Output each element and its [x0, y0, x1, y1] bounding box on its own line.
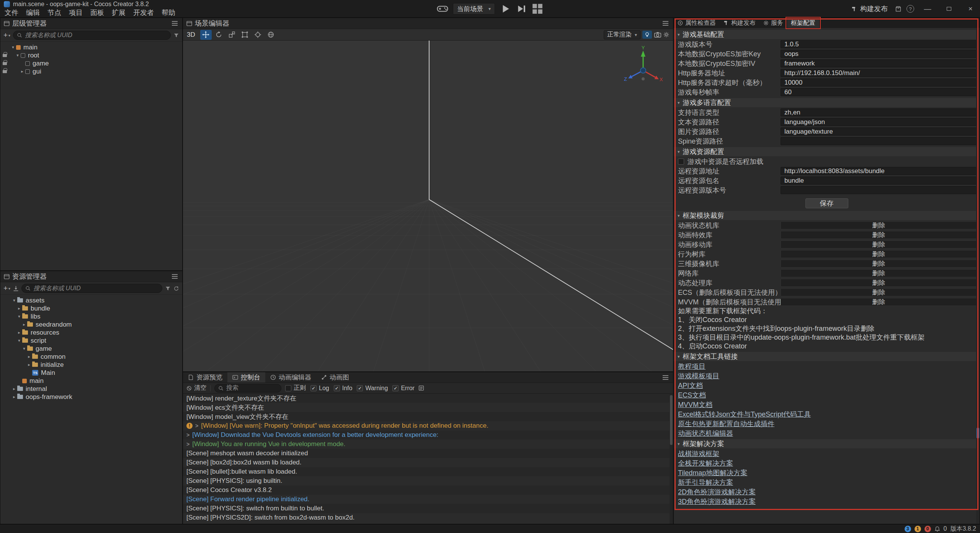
console-tab-控制台[interactable]: 控制台	[227, 372, 265, 383]
doc-link[interactable]: 3D角色扮演游戏解决方案	[678, 497, 756, 506]
field-input[interactable]: framework	[781, 59, 977, 67]
section-header[interactable]: ▾框架文档工具链接	[674, 352, 980, 361]
menu-item[interactable]: 扩展	[108, 8, 129, 17]
section-header[interactable]: ▾游戏多语言配置	[674, 98, 980, 107]
refresh-icon[interactable]	[173, 286, 179, 291]
field-input[interactable]	[781, 186, 977, 194]
tree-row-internal[interactable]: ▸internal	[0, 385, 182, 393]
tree-row-main[interactable]: main	[0, 377, 182, 385]
tree-row-gui[interactable]: ▸gui	[0, 67, 182, 75]
help-icon[interactable]: ?	[906, 5, 914, 13]
delete-button[interactable]: 删除	[781, 269, 977, 277]
chevron-down-icon[interactable]: ▾	[15, 53, 21, 58]
tree-row-libs[interactable]: ▾libs	[0, 312, 182, 320]
info-count-badge[interactable]: 3	[905, 526, 911, 532]
chevron-down-icon[interactable]: ▾	[10, 45, 16, 50]
log-row[interactable]: [Scene] [box2d]:box2d wasm lib loaded.	[183, 458, 673, 467]
doc-link[interactable]: 全栈开发解决方案	[678, 459, 733, 468]
chevron-right-icon[interactable]: ▸	[11, 394, 17, 399]
doc-link[interactable]: API文档	[678, 381, 703, 390]
globe-tool-icon[interactable]	[265, 30, 277, 40]
error-count-badge[interactable]: 0	[924, 526, 931, 532]
scene-viewport[interactable]: Y X Z	[183, 41, 673, 371]
section-header[interactable]: ▾框架解决方案	[674, 439, 980, 448]
tree-row-assets[interactable]: ▾assets	[0, 296, 182, 304]
doc-link[interactable]: Excel格式转Json文件与TypeScript代码工具	[678, 410, 811, 419]
assets-search-input[interactable]: 搜索名称或 UUID	[21, 284, 162, 293]
regex-checkbox[interactable]: 正则	[285, 384, 306, 392]
chevron-right-icon[interactable]: ▸	[11, 386, 17, 391]
tree-row-common[interactable]: ▸common	[0, 353, 182, 361]
panel-menu-icon[interactable]	[172, 276, 178, 277]
rotate-tool-icon[interactable]	[213, 30, 225, 40]
console-tab-动画图[interactable]: 动画图	[316, 372, 354, 383]
menu-item[interactable]: 文件	[1, 8, 22, 17]
panel-menu-icon[interactable]	[663, 377, 668, 378]
field-input[interactable]: 10000	[781, 78, 977, 87]
console-search-input[interactable]: 搜索	[214, 384, 281, 392]
axis-gizmo[interactable]: Y X Z	[620, 45, 666, 91]
log-row[interactable]: [Window] model_view文件夹不存在	[183, 412, 673, 421]
layout-button[interactable]	[532, 3, 543, 15]
delete-button[interactable]: 删除	[781, 298, 977, 306]
menu-item[interactable]: 节点	[44, 8, 65, 17]
package-icon[interactable]	[895, 6, 901, 12]
tree-row-root[interactable]: ▾root	[0, 51, 182, 59]
delete-button[interactable]: 删除	[781, 231, 977, 239]
scene-select[interactable]: 当前场景 ▾	[453, 3, 495, 15]
inspector-scrollbar[interactable]	[976, 28, 980, 524]
filter-checkbox-Info[interactable]: ✓Info	[334, 385, 353, 392]
section-header[interactable]: ▾框架模块裁剪	[674, 211, 980, 220]
add-node-button[interactable]: +▾	[3, 31, 10, 39]
import-icon[interactable]	[13, 286, 19, 291]
preview-device-icon[interactable]	[437, 3, 448, 15]
expand-arrow-icon[interactable]: >	[186, 432, 189, 438]
doc-link[interactable]: 教程项目	[678, 362, 706, 371]
render-mode-select[interactable]: 正常渲染 ▾	[604, 30, 640, 39]
chevron-right-icon[interactable]: ▸	[16, 330, 22, 335]
report-icon[interactable]	[418, 385, 424, 391]
chevron-right-icon[interactable]: ▸	[26, 362, 32, 367]
menu-item[interactable]: 项目	[65, 8, 87, 17]
section-header[interactable]: ▾游戏资源配置	[674, 147, 980, 156]
field-input[interactable]: 60	[781, 88, 977, 96]
inspector-tab-属性检查器[interactable]: 属性检查器	[674, 18, 720, 28]
tree-row-main[interactable]: ▾main	[0, 43, 182, 51]
filter-checkbox-Warning[interactable]: ✓Warning	[357, 385, 388, 392]
doc-link[interactable]: Tiledmap地图解决方案	[678, 468, 747, 477]
filter-checkbox-Error[interactable]: ✓Error	[392, 385, 415, 392]
field-input[interactable]: oops	[781, 50, 977, 58]
save-button[interactable]: 保存	[805, 198, 848, 208]
remote-load-checkbox-row[interactable]: 游戏中资源是否远程加载	[674, 157, 980, 166]
minimize-button[interactable]: —	[920, 0, 936, 18]
move-tool-icon[interactable]	[200, 30, 212, 40]
tree-row-script[interactable]: ▾script	[0, 337, 182, 345]
field-input[interactable]: bundle	[781, 177, 977, 185]
log-row[interactable]: [Window] ecs文件夹不存在	[183, 403, 673, 412]
delete-button[interactable]: 删除	[781, 221, 977, 229]
field-input[interactable]: language/texture	[781, 128, 977, 136]
scale-tool-icon[interactable]	[226, 30, 238, 40]
chevron-right-icon[interactable]: ▸	[19, 69, 25, 74]
delete-button[interactable]: 删除	[781, 279, 977, 287]
doc-link[interactable]: 原生包热更新配置自动生成插件	[678, 419, 774, 428]
doc-link[interactable]: 动画状态机编辑器	[678, 429, 733, 438]
expand-arrow-icon[interactable]: >	[186, 441, 189, 447]
inspector-tab-框架配置[interactable]: 框架配置	[787, 18, 819, 28]
field-input[interactable]	[781, 137, 977, 145]
log-row[interactable]: [Scene] Forward render pipeline initiali…	[183, 495, 673, 504]
delete-button[interactable]: 删除	[781, 240, 977, 249]
log-row[interactable]: [Scene] [PHYSICS2D]: switch from box2d-w…	[183, 513, 673, 522]
checkbox-icon[interactable]	[678, 159, 684, 165]
delete-button[interactable]: 删除	[781, 260, 977, 268]
chevron-down-icon[interactable]: ▾	[21, 346, 27, 351]
doc-link[interactable]: 游戏模板项目	[678, 371, 719, 381]
doc-link[interactable]: 2D角色扮演游戏解决方案	[678, 487, 756, 497]
delete-button[interactable]: 删除	[781, 250, 977, 258]
field-input[interactable]: zh,en	[781, 108, 977, 116]
log-row[interactable]: [Window] render_texture文件夹不存在	[183, 394, 673, 403]
console-tab-动画编辑器[interactable]: 动画编辑器	[265, 372, 316, 383]
tree-row-game[interactable]: game	[0, 59, 182, 67]
warning-count-badge[interactable]: 1	[915, 526, 921, 532]
tree-row-bundle[interactable]: ▸bundle	[0, 304, 182, 312]
